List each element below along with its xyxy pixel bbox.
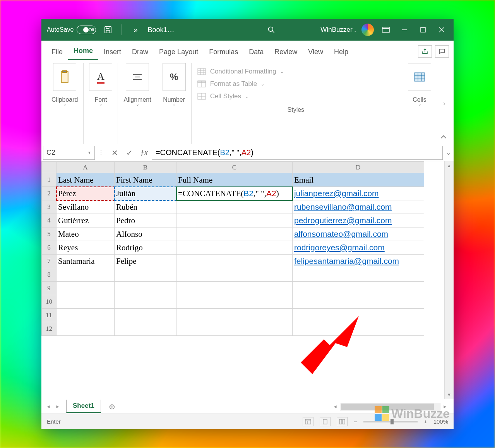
spreadsheet-grid[interactable]: ABCD1Last NameFirst NameFull NameEmail2P… <box>41 161 424 336</box>
cell-B9[interactable] <box>115 282 176 295</box>
row-header-3[interactable]: 3 <box>42 200 57 214</box>
menu-formulas[interactable]: Formulas <box>204 44 243 60</box>
row-header-11[interactable]: 11 <box>42 309 57 322</box>
cell-C3[interactable] <box>176 200 293 214</box>
cell-D8[interactable] <box>293 268 424 282</box>
alignment-button[interactable] <box>126 63 149 91</box>
row-header-10[interactable]: 10 <box>42 295 57 309</box>
cell-B4[interactable]: Pedro <box>115 214 176 227</box>
menu-draw[interactable]: Draw <box>127 44 154 60</box>
cell-D9[interactable] <box>293 282 424 295</box>
cell-C1[interactable]: Full Name <box>176 173 293 187</box>
cell-A7[interactable]: Santamaria <box>57 255 115 268</box>
more-quickaccess[interactable]: » <box>129 23 142 36</box>
vertical-scrollbar[interactable]: ▲ ▼ <box>444 161 454 399</box>
cell-C9[interactable] <box>176 282 293 295</box>
tab-nav-next[interactable]: ► <box>53 404 62 409</box>
cell-D7[interactable]: felipesantamaria@gmail.com <box>293 255 424 268</box>
cell-D6[interactable]: rodrigoreyes@gmail.com <box>293 241 424 255</box>
autosave-switch[interactable]: Off <box>77 26 96 34</box>
cell-A9[interactable] <box>57 282 115 295</box>
cell-B8[interactable] <box>115 268 176 282</box>
cell-D3[interactable]: rubensevillano@gmail.com <box>293 200 424 214</box>
cell-D2[interactable]: julianperez@gmail.com <box>293 187 424 200</box>
cell-B12[interactable] <box>115 322 176 336</box>
ribbon-scroll-right[interactable]: › <box>439 63 449 144</box>
cells-button[interactable] <box>408 63 431 91</box>
font-button[interactable]: A <box>89 63 112 91</box>
sheet-tab-1[interactable]: Sheet1 <box>66 400 101 413</box>
row-header-2[interactable]: 2 <box>42 187 57 200</box>
cell-A5[interactable]: Mateo <box>57 227 115 241</box>
name-box[interactable]: C2 ▼ <box>43 146 95 160</box>
ribbon-display-button[interactable] <box>379 23 392 36</box>
cancel-formula-button[interactable]: ✕ <box>107 146 122 160</box>
cell-A4[interactable]: Gutiérrez <box>57 214 115 227</box>
share-button[interactable] <box>418 45 432 58</box>
hscroll-left[interactable]: ◄ <box>331 404 340 409</box>
menu-help[interactable]: Help <box>329 44 354 60</box>
col-header-A[interactable]: A <box>57 162 115 173</box>
row-header-4[interactable]: 4 <box>42 214 57 227</box>
cell-C4[interactable] <box>176 214 293 227</box>
cell-D12[interactable] <box>293 322 424 336</box>
cell-A11[interactable] <box>57 309 115 322</box>
cell-C8[interactable] <box>176 268 293 282</box>
autosave-toggle[interactable]: AutoSave Off <box>47 26 96 34</box>
cell-B11[interactable] <box>115 309 176 322</box>
search-button[interactable] <box>265 23 278 36</box>
cell-B1[interactable]: First Name <box>115 173 176 187</box>
formula-bar-handle[interactable]: ⋮ <box>95 149 107 156</box>
close-button[interactable] <box>435 23 448 36</box>
scroll-down-button[interactable]: ▼ <box>445 390 454 399</box>
row-header-1[interactable]: 1 <box>42 173 57 187</box>
cell-A8[interactable] <box>57 268 115 282</box>
menu-data[interactable]: Data <box>243 44 269 60</box>
cell-B10[interactable] <box>115 295 176 309</box>
confirm-formula-button[interactable]: ✓ <box>122 146 137 160</box>
page-break-view-button[interactable] <box>337 417 348 426</box>
cell-A1[interactable]: Last Name <box>57 173 115 187</box>
menu-view[interactable]: View <box>303 44 329 60</box>
expand-formula-bar-button[interactable]: ⌄ <box>443 149 454 156</box>
email-link[interactable]: rodrigoreyes@gmail.com <box>294 243 385 252</box>
number-button[interactable]: % <box>163 63 186 91</box>
cell-B2[interactable]: Julián <box>115 187 176 200</box>
row-header-6[interactable]: 6 <box>42 241 57 255</box>
menu-home[interactable]: Home <box>68 43 98 60</box>
menu-file[interactable]: File <box>46 44 68 60</box>
maximize-button[interactable] <box>416 23 430 36</box>
cell-C6[interactable] <box>176 241 293 255</box>
cell-C2[interactable]: =CONCATENATE(B2," ",A2) <box>176 187 293 200</box>
paste-button[interactable] <box>53 63 76 91</box>
row-header-9[interactable]: 9 <box>42 282 57 295</box>
cell-B5[interactable]: Alfonso <box>115 227 176 241</box>
scroll-up-button[interactable]: ▲ <box>445 161 454 170</box>
row-header-12[interactable]: 12 <box>42 322 57 336</box>
cell-A6[interactable]: Reyes <box>57 241 115 255</box>
collapse-ribbon-button[interactable] <box>438 132 449 142</box>
row-header-8[interactable]: 8 <box>42 268 57 282</box>
cell-D10[interactable] <box>293 295 424 309</box>
cell-B3[interactable]: Rubén <box>115 200 176 214</box>
zoom-out-button[interactable]: − <box>354 418 357 425</box>
cell-D5[interactable]: alfonsomateo@gmail.com <box>293 227 424 241</box>
cell-C10[interactable] <box>176 295 293 309</box>
cell-styles-button[interactable]: Cell Styles ⌄ <box>197 90 395 103</box>
comments-button[interactable] <box>435 45 449 58</box>
cell-A3[interactable]: Sevillano <box>57 200 115 214</box>
name-box-dropdown-icon[interactable]: ▼ <box>87 150 91 155</box>
add-sheet-button[interactable]: ⊕ <box>106 401 118 412</box>
page-layout-view-button[interactable] <box>320 417 331 426</box>
cell-D1[interactable]: Email <box>293 173 424 187</box>
email-link[interactable]: felipesantamaria@gmail.com <box>294 256 399 265</box>
cell-C12[interactable] <box>176 322 293 336</box>
cell-C7[interactable] <box>176 255 293 268</box>
cell-C11[interactable] <box>176 309 293 322</box>
save-button[interactable] <box>101 23 115 36</box>
cell-C5[interactable] <box>176 227 293 241</box>
user-avatar[interactable] <box>361 24 374 36</box>
col-header-B[interactable]: B <box>115 162 176 173</box>
menu-review[interactable]: Review <box>269 44 303 60</box>
cell-A10[interactable] <box>57 295 115 309</box>
